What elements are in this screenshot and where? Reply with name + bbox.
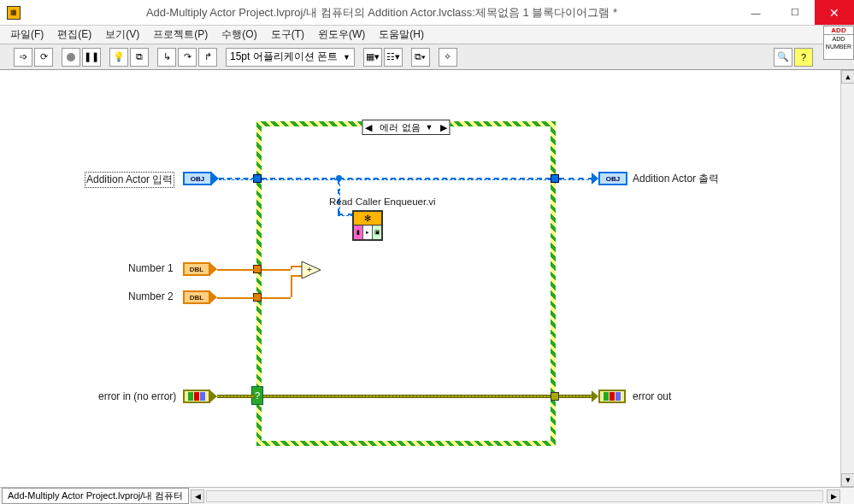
title-bar: ▦ Add-Multiply Actor Project.lvproj/내 컴퓨… <box>0 0 854 26</box>
wire-num[interactable] <box>217 269 256 271</box>
actor-in-label[interactable]: Addition Actor 입력 <box>85 172 174 188</box>
error-out-label[interactable]: error out <box>633 390 671 402</box>
menu-help[interactable]: 도움말(H) <box>372 26 431 44</box>
case-dropdown-icon[interactable]: ▼ <box>426 123 438 132</box>
wire-num[interactable] <box>262 269 291 271</box>
step-out-button[interactable]: ↱ <box>198 48 217 67</box>
terminal-arrow-icon <box>212 173 219 185</box>
menu-bar: 파일(F) 편집(E) 보기(V) 프로젝트(P) 수행(O) 도구(T) 윈도… <box>0 26 854 44</box>
retain-wire-button[interactable]: ⧉ <box>130 48 149 67</box>
scroll-left-icon[interactable]: ◀ <box>191 489 204 503</box>
actor-out-terminal[interactable]: OBJ <box>598 172 627 185</box>
app-icon: ▦ <box>7 6 21 20</box>
wire-obj[interactable] <box>559 178 593 180</box>
wire-obj[interactable] <box>219 178 256 180</box>
svg-rect-5 <box>615 392 621 401</box>
svg-text:+: + <box>307 265 312 274</box>
scroll-up-icon[interactable]: ▲ <box>841 70 854 84</box>
error-cluster-icon <box>188 392 205 401</box>
number2-terminal[interactable]: DBL <box>183 290 210 304</box>
terminal-arrow-icon <box>210 390 217 402</box>
svg-rect-1 <box>194 392 199 401</box>
wire-num[interactable] <box>262 297 291 299</box>
add-primitive[interactable]: + <box>301 261 321 279</box>
tunnel-obj-out[interactable] <box>551 174 559 183</box>
scroll-right-icon[interactable]: ▶ <box>827 489 840 503</box>
window-controls: — ☐ ✕ <box>736 0 854 25</box>
subvi-connector: ▮▸▣ <box>354 226 381 239</box>
menu-operate[interactable]: 수행(O) <box>215 26 263 44</box>
subvi-label[interactable]: Read Caller Enqueuer.vi <box>329 196 436 207</box>
vertical-scrollbar[interactable]: ▲ ▼ <box>840 70 854 487</box>
pause-button[interactable]: ❚❚ <box>82 48 101 67</box>
wire-obj[interactable] <box>338 214 353 216</box>
font-label: 15pt 어플리케이션 폰트 <box>230 50 338 64</box>
document-tab[interactable]: Add-Multiply Actor Project.lvproj/내 컴퓨터 <box>2 488 189 504</box>
toolbar: ➩ ⟳ ❚❚ 💡 ⧉ ↳ ↷ ↱ 15pt 어플리케이션 폰트 ▼ ▦▾ ☷▾ … <box>0 44 854 70</box>
svg-rect-2 <box>200 392 205 401</box>
scroll-down-icon[interactable]: ▼ <box>841 473 854 487</box>
error-in-terminal[interactable] <box>183 390 210 403</box>
wire-err[interactable] <box>263 395 551 398</box>
reorder-button[interactable]: ⧉▾ <box>411 48 430 67</box>
tunnel-err-out[interactable] <box>551 392 559 401</box>
actor-in-terminal[interactable]: OBJ <box>183 172 212 185</box>
maximize-button[interactable]: ☐ <box>775 0 815 25</box>
horizontal-scrollbar[interactable] <box>206 490 823 502</box>
menu-project[interactable]: 프로젝트(P) <box>146 26 215 44</box>
read-caller-enqueuer-subvi[interactable]: ✻ ▮▸▣ <box>352 210 383 241</box>
window-title: Add-Multiply Actor Project.lvproj/내 컴퓨터의… <box>27 5 736 21</box>
number1-terminal[interactable]: DBL <box>183 262 210 276</box>
highlight-exec-button[interactable]: 💡 <box>109 48 128 67</box>
svg-rect-0 <box>188 392 193 401</box>
actor-out-label[interactable]: Addition Actor 출력 <box>633 172 719 186</box>
number1-label[interactable]: Number 1 <box>128 262 174 274</box>
case-prev-icon[interactable]: ◀ <box>362 122 374 133</box>
status-bar: Add-Multiply Actor Project.lvproj/내 컴퓨터 … <box>0 487 854 504</box>
diagram-area: Addition Actor 입력 OBJ OBJ Addition Actor… <box>0 70 854 487</box>
menu-file[interactable]: 파일(F) <box>3 26 50 44</box>
abort-button[interactable] <box>62 48 80 67</box>
wire-err[interactable] <box>217 395 255 398</box>
case-selector[interactable]: ◀ 에러 없음 ▼ ▶ <box>362 120 450 135</box>
step-into-button[interactable]: ↳ <box>157 48 176 67</box>
block-diagram-canvas[interactable]: Addition Actor 입력 OBJ OBJ Addition Actor… <box>0 70 840 487</box>
vi-nav-icon[interactable]: ADD ADD NUMBER <box>823 26 854 60</box>
error-out-terminal[interactable] <box>598 390 626 403</box>
menu-tools[interactable]: 도구(T) <box>264 26 311 44</box>
error-cluster-icon <box>604 392 621 401</box>
svg-rect-4 <box>610 392 615 401</box>
subvi-icon: ✻ <box>354 212 381 226</box>
menu-window[interactable]: 윈도우(W) <box>311 26 372 44</box>
run-continuous-button[interactable]: ⟳ <box>34 48 53 67</box>
svg-rect-3 <box>604 392 609 401</box>
run-button[interactable]: ➩ <box>14 48 32 67</box>
terminal-arrow-icon <box>210 263 217 275</box>
distribute-button[interactable]: ☷▾ <box>384 48 403 67</box>
wire-obj[interactable] <box>262 178 551 180</box>
wire-err[interactable] <box>559 395 593 398</box>
align-button[interactable]: ▦▾ <box>363 48 382 67</box>
close-button[interactable]: ✕ <box>815 0 854 25</box>
menu-edit[interactable]: 편집(E) <box>50 26 98 44</box>
step-over-button[interactable]: ↷ <box>178 48 197 67</box>
cleanup-button[interactable]: ✧ <box>439 48 457 67</box>
wire-num[interactable] <box>217 297 256 299</box>
terminal-arrow-icon <box>210 291 217 303</box>
case-label: 에러 없음 <box>374 121 425 134</box>
error-in-label[interactable]: error in (no error) <box>98 390 176 402</box>
wire-num[interactable] <box>291 275 292 297</box>
search-button[interactable]: 🔍 <box>774 48 792 67</box>
case-next-icon[interactable]: ▶ <box>438 122 450 133</box>
minimize-button[interactable]: — <box>736 0 775 25</box>
help-button[interactable]: ? <box>794 48 813 67</box>
number2-label[interactable]: Number 2 <box>128 290 174 302</box>
dropdown-arrow-icon: ▼ <box>343 53 350 62</box>
font-selector[interactable]: 15pt 어플리케이션 폰트 ▼ <box>226 48 355 67</box>
menu-view[interactable]: 보기(V) <box>98 26 146 44</box>
